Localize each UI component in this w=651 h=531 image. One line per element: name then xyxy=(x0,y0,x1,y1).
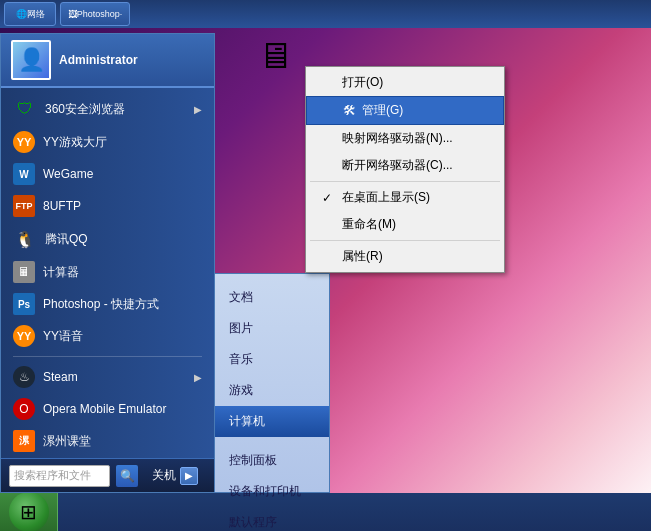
network-icon: 🌐 xyxy=(16,9,27,19)
label-map-drive: 映射网络驱动器(N)... xyxy=(342,130,453,147)
search-bar[interactable]: 搜索程序和文件 xyxy=(9,465,110,487)
menu-item-calc[interactable]: 🖩 计算器 xyxy=(1,256,214,288)
label-steam: Steam xyxy=(43,370,78,384)
label-opera: Opera Mobile Emulator xyxy=(43,402,166,416)
search-button[interactable]: 🔍 xyxy=(116,465,138,487)
label-qq: 腾讯QQ xyxy=(45,231,88,248)
icon-yy: YY xyxy=(13,131,35,153)
label-yy: YY游戏大厅 xyxy=(43,134,107,151)
taskbar-icon-photoshop[interactable]: 🖼 Photoshop· xyxy=(60,2,130,26)
photoshop-icon: 🖼 xyxy=(68,9,77,19)
label-ftp: 8UFTP xyxy=(43,199,81,213)
menu-item-qq[interactable]: 🐧 腾讯QQ xyxy=(1,222,214,256)
right-item-documents[interactable]: 文档 xyxy=(215,282,329,313)
icon-sw: 漯 xyxy=(13,430,35,452)
menu-item-lol[interactable]: ⚔ 英雄联盟 xyxy=(1,457,214,458)
right-item-computer[interactable]: 计算机 xyxy=(215,406,329,437)
icon-calc: 🖩 xyxy=(13,261,35,283)
icon-wegame: W xyxy=(13,163,35,185)
user-name: Administrator xyxy=(59,53,138,67)
menu-items-list: 🛡 360安全浏览器 ▶ YY YY游戏大厅 W WeGame FTP 8UFT… xyxy=(1,88,214,458)
right-item-defaults[interactable]: 默认程序 xyxy=(215,507,329,531)
shutdown-arrow-btn[interactable]: ▶ xyxy=(180,467,198,485)
label-ps: Photoshop - 快捷方式 xyxy=(43,296,159,313)
right-item-pictures[interactable]: 图片 xyxy=(215,313,329,344)
icon-ps: Ps xyxy=(13,293,35,315)
icon-steam: ♨ xyxy=(13,366,35,388)
context-sep-2 xyxy=(310,240,500,241)
context-item-manage[interactable]: 🛠 管理(G) xyxy=(306,96,504,125)
label-wegame: WeGame xyxy=(43,167,93,181)
menu-item-yy[interactable]: YY YY游戏大厅 xyxy=(1,126,214,158)
icon-qq: 🐧 xyxy=(13,227,37,251)
label-show-desktop: 在桌面上显示(S) xyxy=(342,189,430,206)
menu-item-sw[interactable]: 漯 漯州课堂 xyxy=(1,425,214,457)
menu-item-steam[interactable]: ♨ Steam ▶ xyxy=(1,361,214,393)
label-open: 打开(O) xyxy=(342,74,383,91)
start-menu-footer: 搜索程序和文件 🔍 关机 ▶ xyxy=(1,458,214,492)
arrow-360: ▶ xyxy=(194,104,202,115)
manage-icon: 🛠 xyxy=(343,103,356,118)
label-calc: 计算器 xyxy=(43,264,79,281)
context-item-rename[interactable]: 重命名(M) xyxy=(306,211,504,238)
context-item-map-drive[interactable]: 映射网络驱动器(N)... xyxy=(306,125,504,152)
start-orb: ⊞ xyxy=(9,492,49,531)
context-item-disconnect-drive[interactable]: 断开网络驱动器(C)... xyxy=(306,152,504,179)
label-360: 360安全浏览器 xyxy=(45,101,125,118)
taskbar-icon-network[interactable]: 🌐 网络 xyxy=(4,2,56,26)
menu-item-ps[interactable]: Ps Photoshop - 快捷方式 xyxy=(1,288,214,320)
network-label: 网络 xyxy=(27,8,45,21)
shutdown-label: 关机 xyxy=(152,467,176,484)
icon-opera: O xyxy=(13,398,35,420)
icon-ftp: FTP xyxy=(13,195,35,217)
search-icon: 🔍 xyxy=(120,469,135,483)
start-menu-body: 🛡 360安全浏览器 ▶ YY YY游戏大厅 W WeGame FTP 8UFT… xyxy=(1,88,214,458)
label-sw: 漯州课堂 xyxy=(43,433,91,450)
label-yy2: YY语音 xyxy=(43,328,83,345)
start-menu-right-panel: 文档 图片 音乐 游戏 计算机 控制面板 设备和打印机 默认程序 帮助和支持 xyxy=(215,273,330,493)
context-item-properties[interactable]: 属性(R) xyxy=(306,243,504,270)
menu-item-360[interactable]: 🛡 360安全浏览器 ▶ xyxy=(1,92,214,126)
menu-item-yy2[interactable]: YY YY语音 xyxy=(1,320,214,352)
start-menu: 👤 Administrator 🛡 360安全浏览器 ▶ YY YY游戏大厅 W… xyxy=(0,33,215,493)
taskbar-top: 🌐 网络 🖼 Photoshop· xyxy=(0,0,651,28)
label-manage: 管理(G) xyxy=(362,102,403,119)
context-item-show-desktop[interactable]: ✓ 在桌面上显示(S) xyxy=(306,184,504,211)
right-item-devices[interactable]: 设备和打印机 xyxy=(215,476,329,507)
arrow-steam: ▶ xyxy=(194,372,202,383)
context-menu: 打开(O) 🛠 管理(G) 映射网络驱动器(N)... 断开网络驱动器(C)..… xyxy=(305,66,505,273)
shutdown-button[interactable]: 关机 ▶ xyxy=(144,459,206,493)
label-rename: 重命名(M) xyxy=(342,216,396,233)
photoshop-label: Photoshop· xyxy=(77,9,123,19)
search-placeholder: 搜索程序和文件 xyxy=(14,468,91,483)
context-sep-1 xyxy=(310,181,500,182)
user-avatar: 👤 xyxy=(11,40,51,80)
label-disconnect: 断开网络驱动器(C)... xyxy=(342,157,453,174)
right-item-control-panel[interactable]: 控制面板 xyxy=(215,445,329,476)
computer-desktop-icon[interactable]: 🖥 xyxy=(235,35,315,77)
label-properties: 属性(R) xyxy=(342,248,383,265)
right-item-music[interactable]: 音乐 xyxy=(215,344,329,375)
separator-1 xyxy=(13,356,202,357)
right-item-games[interactable]: 游戏 xyxy=(215,375,329,406)
context-item-open[interactable]: 打开(O) xyxy=(306,69,504,96)
computer-icon-image: 🖥 xyxy=(257,35,293,77)
check-show-desktop: ✓ xyxy=(322,191,336,205)
icon-yy2: YY xyxy=(13,325,35,347)
menu-item-wegame[interactable]: W WeGame xyxy=(1,158,214,190)
menu-item-opera[interactable]: O Opera Mobile Emulator xyxy=(1,393,214,425)
start-button[interactable]: ⊞ xyxy=(0,493,58,531)
menu-item-ftp[interactable]: FTP 8UFTP xyxy=(1,190,214,222)
start-menu-header: 👤 Administrator xyxy=(1,34,214,88)
shutdown-area: 关机 ▶ xyxy=(144,459,206,493)
icon-360: 🛡 xyxy=(13,97,37,121)
